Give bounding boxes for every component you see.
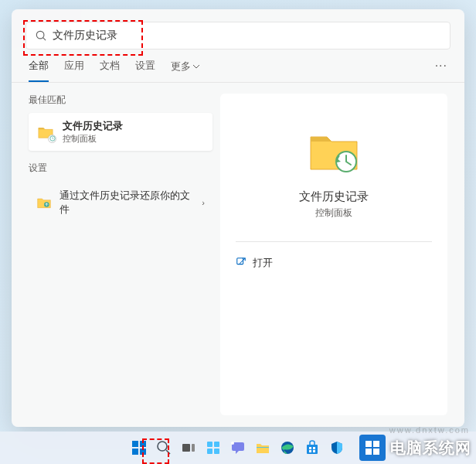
svg-rect-26 [313, 450, 315, 452]
watermark-text: 电脑系统网 [390, 438, 471, 459]
tabs-row: 全部 应用 文档 设置 更多 ··· [12, 49, 464, 83]
search-bar[interactable] [26, 22, 450, 49]
svg-rect-8 [132, 449, 138, 455]
svg-line-1 [43, 38, 46, 41]
chevron-down-icon [193, 65, 199, 69]
settings-section-label: 设置 [29, 162, 212, 175]
svg-rect-6 [132, 441, 138, 447]
tab-docs[interactable]: 文档 [100, 59, 120, 82]
settings-item-label: 通过文件历史记录还原你的文件 [60, 189, 194, 217]
open-label: 打开 [253, 256, 273, 270]
clock-badge-icon [48, 135, 56, 143]
divider [236, 241, 432, 242]
svg-rect-17 [214, 449, 219, 454]
watermark-icon [359, 435, 386, 461]
open-action[interactable]: 打开 [236, 253, 432, 273]
result-title: 文件历史记录 [63, 119, 123, 133]
edge-icon[interactable] [277, 438, 298, 458]
svg-point-0 [36, 31, 44, 39]
chat-icon[interactable] [228, 438, 248, 458]
settings-restore-files[interactable]: 通过文件历史记录还原你的文件 › [29, 181, 212, 224]
tabs-overflow-menu[interactable]: ··· [435, 59, 447, 82]
open-icon [236, 257, 246, 270]
svg-rect-14 [207, 442, 212, 447]
result-subtitle: 控制面板 [63, 133, 123, 145]
search-icon [36, 30, 46, 41]
watermark-url: www.dnxtw.com [389, 425, 470, 435]
results-panel: 最佳匹配 文件历史记录 控制面板 设置 通过文件历史记 [12, 94, 220, 415]
svg-rect-30 [373, 449, 379, 455]
preview-panel: 文件历史记录 控制面板 打开 [220, 94, 447, 415]
svg-rect-15 [214, 442, 219, 447]
tab-apps[interactable]: 应用 [64, 59, 84, 82]
svg-rect-29 [366, 449, 372, 455]
content-area: 最佳匹配 文件历史记录 控制面板 设置 通过文件历史记 [12, 83, 464, 415]
search-window: 全部 应用 文档 设置 更多 ··· 最佳匹配 文件历史记录 控制面板 [12, 9, 464, 427]
best-match-label: 最佳匹配 [29, 94, 212, 107]
svg-rect-24 [313, 447, 315, 449]
store-icon[interactable] [302, 438, 322, 458]
svg-point-19 [231, 442, 234, 445]
svg-rect-27 [366, 441, 372, 447]
tab-all[interactable]: 全部 [29, 59, 49, 82]
chevron-right-icon: › [202, 198, 205, 207]
preview-icon [306, 123, 362, 179]
svg-rect-16 [207, 449, 212, 454]
security-icon[interactable] [327, 438, 347, 458]
start-button[interactable] [129, 438, 149, 458]
svg-rect-12 [182, 444, 190, 452]
svg-point-10 [158, 442, 167, 451]
preview-title: 文件历史记录 [299, 189, 369, 204]
svg-rect-7 [140, 441, 146, 447]
file-history-icon [36, 123, 55, 142]
svg-rect-25 [309, 450, 311, 452]
svg-rect-13 [192, 444, 195, 452]
widgets-icon[interactable] [203, 438, 223, 458]
svg-rect-9 [140, 449, 146, 455]
watermark: 电脑系统网 [359, 435, 471, 461]
svg-rect-22 [307, 445, 318, 454]
tab-more[interactable]: 更多 [171, 59, 199, 82]
preview-subtitle: 控制面板 [315, 206, 352, 220]
taskbar-search-icon[interactable] [154, 438, 174, 458]
search-input[interactable] [53, 29, 440, 42]
task-view-icon[interactable] [178, 438, 199, 458]
tab-settings[interactable]: 设置 [135, 59, 155, 82]
explorer-icon[interactable] [253, 438, 273, 458]
best-match-result[interactable]: 文件历史记录 控制面板 [29, 113, 212, 151]
svg-rect-28 [373, 441, 379, 447]
restore-icon [36, 195, 52, 210]
svg-rect-20 [257, 447, 269, 448]
svg-rect-23 [309, 447, 311, 449]
svg-line-11 [166, 450, 170, 454]
